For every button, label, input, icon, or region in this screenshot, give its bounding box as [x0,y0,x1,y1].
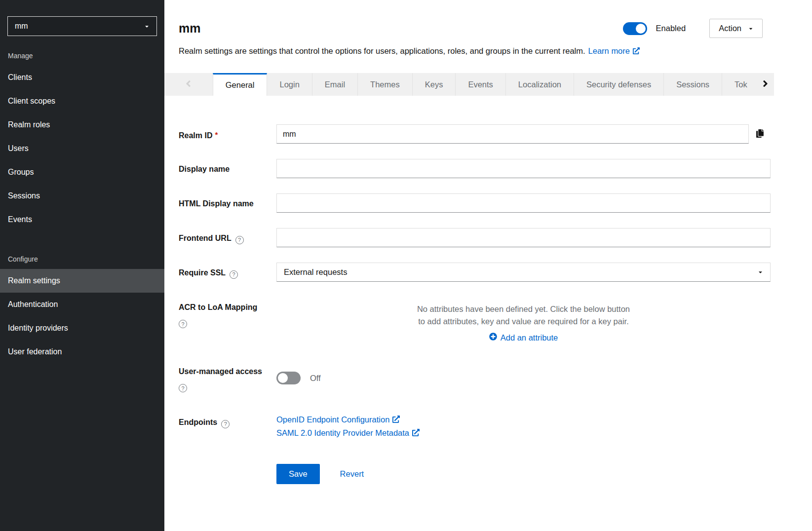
toggle-knob [636,24,646,34]
openid-endpoint-configuration-link[interactable]: OpenID Endpoint Configuration [276,415,771,425]
copy-icon [756,129,764,139]
user-managed-access-toggle[interactable] [276,372,301,384]
openid-endpoint-link-text: OpenID Endpoint Configuration [276,415,389,424]
require-ssl-select[interactable]: External requests [276,263,771,282]
sidebar-item-events[interactable]: Events [0,208,164,231]
chevron-down-icon [758,269,763,275]
html-display-name-label-text: HTML Display name [179,199,254,208]
chevron-down-icon [144,24,150,29]
general-settings-form: Realm ID* Display name HTML Display name [164,96,812,531]
sidebar-item-users[interactable]: Users [0,137,164,160]
endpoints-label: Endpoints? [179,412,276,438]
sidebar-item-sessions[interactable]: Sessions [0,184,164,208]
frontend-url-label: Frontend URL? [179,228,276,247]
actions-spacer [179,472,276,477]
sidebar-item-clients[interactable]: Clients [0,66,164,89]
form-row-endpoints: Endpoints? OpenID Endpoint Configuration… [179,412,771,438]
sidebar-item-realm-settings[interactable]: Realm settings [0,269,164,293]
acr-loa-label-text: ACR to LoA Mapping [179,303,257,311]
chevron-down-icon [748,26,753,31]
saml-metadata-link-text: SAML 2.0 Identity Provider Metadata [276,428,409,437]
form-row-require-ssl: Require SSL? External requests [179,263,771,282]
require-ssl-label-text: Require SSL [179,268,226,277]
main-content: mm Enabled Action Realm settings are set… [164,0,812,531]
frontend-url-label-text: Frontend URL [179,234,232,242]
form-row-user-managed-access: User-managed access ? Off [179,361,771,392]
tab-tokens[interactable]: Tok [722,73,756,96]
angle-left-icon [185,78,192,90]
realm-id-input[interactable] [276,124,749,144]
user-managed-access-state: Off [310,374,321,383]
sidebar-item-groups[interactable]: Groups [0,160,164,184]
sidebar-section-label-manage: Manage [0,47,164,66]
toggle-knob [278,373,288,383]
help-icon[interactable]: ? [235,236,244,244]
tab-themes[interactable]: Themes [358,73,413,96]
saml-metadata-link[interactable]: SAML 2.0 Identity Provider Metadata [276,428,771,438]
user-managed-access-label-text: User-managed access [179,367,262,376]
endpoints-label-text: Endpoints [179,418,217,426]
form-row-frontend-url: Frontend URL? [179,228,771,247]
learn-more-text: Learn more [588,46,630,55]
help-icon[interactable]: ? [179,320,187,328]
tab-keys[interactable]: Keys [413,73,456,96]
enabled-label: Enabled [656,24,686,33]
revert-button[interactable]: Revert [340,469,364,479]
external-link-icon [633,45,640,57]
tabs-scroll-left-button[interactable] [164,73,213,96]
required-asterisk: * [215,130,218,139]
html-display-name-input[interactable] [276,193,771,213]
tabs-scroll-right-button[interactable] [756,73,774,96]
add-attribute-label: Add an attribute [501,333,558,342]
sidebar-section-manage: Manage Clients Client scopes Realm roles… [0,47,164,231]
sidebar-item-user-federation[interactable]: User federation [0,340,164,364]
form-row-acr-loa-mapping: ACR to LoA Mapping ? No attributes have … [179,297,771,342]
form-row-display-name: Display name [179,159,771,178]
tab-email[interactable]: Email [312,73,358,96]
tab-localization[interactable]: Localization [506,73,574,96]
display-name-label: Display name [179,159,276,178]
acr-empty-text: No attributes have been defined yet. Cli… [413,303,634,328]
realm-id-label-text: Realm ID [179,131,212,140]
realm-description: Realm settings are settings that control… [179,46,585,55]
acr-loa-label: ACR to LoA Mapping ? [179,297,276,342]
tab-general[interactable]: General [213,73,268,96]
form-actions: Save Revert [179,464,771,484]
page-header: mm Enabled Action Realm settings are set… [164,0,812,57]
sidebar-item-identity-providers[interactable]: Identity providers [0,316,164,340]
add-attribute-button[interactable]: Add an attribute [489,333,558,342]
save-button[interactable]: Save [276,464,320,484]
form-row-html-display-name: HTML Display name [179,193,771,213]
help-icon[interactable]: ? [230,270,238,279]
plus-circle-icon [489,333,497,342]
tab-login[interactable]: Login [267,73,312,96]
sidebar-section-configure: Configure Realm settings Authentication … [0,250,164,364]
tab-sessions[interactable]: Sessions [664,73,722,96]
learn-more-link[interactable]: Learn more [588,46,640,55]
realm-id-label: Realm ID* [179,124,276,144]
realm-enabled-toggle[interactable] [623,22,647,35]
help-icon[interactable]: ? [221,420,230,428]
page-title: mm [179,21,200,36]
user-managed-access-label: User-managed access ? [179,361,276,392]
angle-right-icon [762,78,769,90]
external-link-icon [392,416,400,425]
action-label: Action [719,24,741,33]
frontend-url-input[interactable] [276,228,771,247]
sidebar-item-client-scopes[interactable]: Client scopes [0,89,164,113]
realm-selector-dropdown[interactable]: mm [7,16,157,36]
tab-security-defenses[interactable]: Security defenses [574,73,664,96]
action-dropdown-button[interactable]: Action [709,19,763,38]
tab-bar: General Login Email Themes Keys Events L… [164,73,774,96]
external-link-icon [412,429,420,438]
sidebar: mm Manage Clients Client scopes Realm ro… [0,0,164,531]
copy-button[interactable] [749,124,771,144]
display-name-label-text: Display name [179,165,230,173]
display-name-input[interactable] [276,159,771,178]
help-icon[interactable]: ? [179,384,187,392]
sidebar-item-authentication[interactable]: Authentication [0,293,164,316]
acr-empty-state: No attributes have been defined yet. Cli… [276,297,771,342]
realm-selector-value: mm [15,22,28,31]
sidebar-item-realm-roles[interactable]: Realm roles [0,113,164,137]
tab-events[interactable]: Events [456,73,505,96]
